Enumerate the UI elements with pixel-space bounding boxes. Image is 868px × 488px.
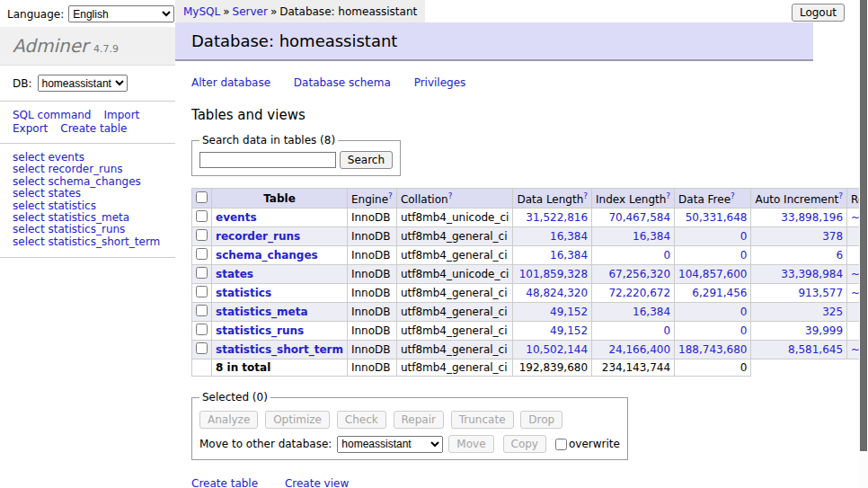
table-name-link[interactable]: events — [216, 211, 257, 224]
data-length-link[interactable]: 16,384 — [550, 249, 588, 262]
search-button[interactable]: Search — [340, 151, 393, 169]
data-free-link[interactable]: 0 — [740, 324, 748, 337]
sidebar-item-select-recorder-runs[interactable]: select recorder_runs — [13, 164, 175, 175]
engine-cell: InnoDB — [347, 246, 396, 265]
data-free-link[interactable]: 6,291,456 — [692, 287, 747, 299]
table-name-link[interactable]: recorder_runs — [216, 230, 300, 243]
select-all-checkbox[interactable] — [196, 191, 208, 203]
engine-cell: InnoDB — [347, 209, 396, 227]
sidebar-item-import[interactable]: Import — [103, 109, 139, 121]
copy-button[interactable]: Copy — [503, 435, 546, 453]
data-free-help-link[interactable]: ? — [731, 191, 735, 200]
table-row: events InnoDB utf8mb4_unicode_ci 31,522,… — [192, 209, 868, 227]
data-length-link[interactable]: 101,859,328 — [519, 268, 588, 280]
database-schema-link[interactable]: Database schema — [294, 76, 391, 89]
auto-increment-help-link[interactable]: ? — [838, 191, 843, 200]
collation-help-link[interactable]: ? — [448, 191, 453, 200]
sidebar-item-sql-command[interactable]: SQL command — [13, 109, 91, 121]
optimize-button[interactable]: Optimize — [265, 411, 330, 429]
sidebar-item-select-schema-changes[interactable]: select schema_changes — [13, 176, 175, 188]
create-view-link[interactable]: Create view — [285, 477, 349, 488]
table-name-link[interactable]: schema_changes — [216, 249, 318, 262]
data-free-link[interactable]: 0 — [740, 249, 748, 262]
index-length-help-link[interactable]: ? — [666, 191, 670, 200]
drop-button[interactable]: Drop — [520, 411, 562, 429]
index-length-link[interactable]: 0 — [663, 249, 670, 262]
index-length-link[interactable]: 0 — [663, 324, 670, 337]
check-button[interactable]: Check — [337, 411, 386, 429]
overwrite-checkbox[interactable] — [555, 439, 567, 450]
index-length-link[interactable]: 16,384 — [633, 230, 670, 243]
sidebar-item-select-statistics-meta[interactable]: select statistics_meta — [13, 212, 175, 224]
row-checkbox[interactable] — [196, 267, 208, 279]
auto-increment-link[interactable]: 913,577 — [798, 287, 843, 299]
move-database-select[interactable]: homeassistant — [337, 436, 443, 453]
index-length-link[interactable]: 72,220,672 — [608, 287, 670, 299]
data-length-link[interactable]: 48,824,320 — [526, 287, 588, 299]
table-row: statistics_short_term InnoDB utf8mb4_gen… — [192, 341, 868, 359]
auto-increment-link[interactable]: 33,898,196 — [781, 211, 843, 224]
sidebar-item-export[interactable]: Export — [13, 122, 48, 135]
data-length-link[interactable]: 49,152 — [550, 306, 588, 318]
auto-increment-link[interactable]: 325 — [822, 306, 843, 318]
table-name-link[interactable]: statistics — [216, 287, 271, 299]
index-length-link[interactable]: 67,256,320 — [608, 268, 670, 280]
engine-help-link[interactable]: ? — [388, 191, 393, 200]
repair-button[interactable]: Repair — [394, 411, 444, 429]
table-name-link[interactable]: statistics_runs — [216, 324, 304, 337]
sidebar-item-select-statistics-runs[interactable]: select statistics_runs — [13, 224, 175, 235]
index-length-link[interactable]: 70,467,584 — [608, 211, 670, 224]
select-all-cell — [192, 189, 212, 209]
row-checkbox[interactable] — [196, 286, 208, 297]
search-input[interactable] — [199, 152, 336, 168]
data-free-link[interactable]: 50,331,648 — [686, 211, 748, 224]
sidebar-item-select-statistics-short-term[interactable]: select statistics_short_term — [13, 236, 175, 248]
table-name-link[interactable]: statistics_short_term — [216, 343, 343, 356]
data-free-link[interactable]: 0 — [740, 306, 748, 318]
row-checkbox[interactable] — [196, 342, 208, 354]
auto-increment-link[interactable]: 33,398,984 — [781, 268, 843, 280]
collation-cell: utf8mb4_general_ci — [396, 246, 513, 265]
sidebar-item-select-states[interactable]: select states — [13, 188, 175, 200]
scrollbar-thumb[interactable] — [860, 0, 867, 451]
table-name-link[interactable]: statistics_meta — [216, 306, 308, 318]
table-name-link[interactable]: states — [216, 268, 253, 280]
index-length-link[interactable]: 24,166,400 — [608, 343, 670, 356]
engine-cell: InnoDB — [347, 341, 396, 359]
move-button[interactable]: Move — [448, 435, 493, 453]
data-free-link[interactable]: 0 — [740, 230, 748, 243]
create-links: Create table Create view — [191, 477, 818, 488]
sidebar-item-select-statistics[interactable]: select statistics — [13, 200, 175, 212]
data-free-link[interactable]: 104,857,600 — [678, 268, 747, 280]
alter-database-link[interactable]: Alter database — [191, 76, 270, 89]
vertical-scrollbar[interactable] — [859, 0, 868, 488]
analyze-button[interactable]: Analyze — [199, 411, 258, 429]
data-free-link[interactable]: 188,743,680 — [678, 343, 747, 356]
column-header-table: Table — [212, 189, 348, 209]
create-table-link[interactable]: Create table — [191, 477, 258, 488]
db-label: DB: — [13, 77, 32, 90]
row-checkbox[interactable] — [196, 210, 208, 222]
row-checkbox[interactable] — [196, 248, 208, 260]
row-checkbox[interactable] — [196, 229, 208, 241]
data-length-link[interactable]: 49,152 — [550, 324, 588, 337]
privileges-link[interactable]: Privileges — [414, 76, 466, 89]
engine-cell: InnoDB — [347, 265, 396, 284]
truncate-button[interactable]: Truncate — [451, 411, 514, 429]
index-length-link[interactable]: 16,384 — [633, 306, 670, 318]
auto-increment-link[interactable]: 6 — [836, 249, 843, 262]
auto-increment-link[interactable]: 39,999 — [805, 324, 843, 337]
db-select[interactable]: homeassistant — [38, 75, 128, 92]
data-length-link[interactable]: 10,502,144 — [526, 343, 588, 356]
row-checkbox[interactable] — [196, 324, 208, 335]
auto-increment-link[interactable]: 8,581,645 — [788, 343, 843, 356]
sidebar-item-select-events[interactable]: select events — [13, 152, 175, 164]
row-checkbox[interactable] — [196, 305, 208, 316]
column-header-collation: Collation? — [396, 189, 513, 209]
data-length-help-link[interactable]: ? — [583, 191, 588, 200]
auto-increment-link[interactable]: 378 — [822, 230, 843, 243]
data-length-link[interactable]: 16,384 — [550, 230, 588, 243]
data-length-link[interactable]: 31,522,816 — [526, 211, 588, 224]
sidebar-item-create-table[interactable]: Create table — [60, 122, 127, 135]
search-legend: Search data in tables (8) — [199, 134, 338, 146]
